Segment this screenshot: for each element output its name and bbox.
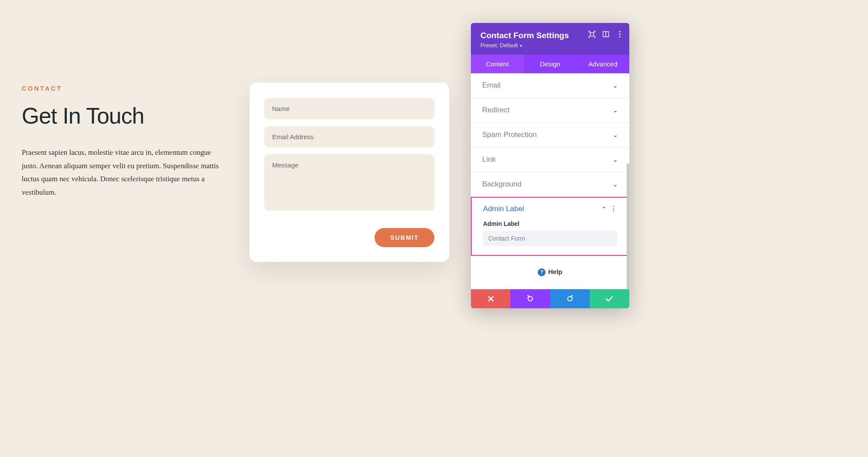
- section-label: Admin Label: [483, 205, 524, 213]
- section-label: Redirect: [482, 106, 510, 114]
- section-label: Link: [482, 155, 496, 164]
- svg-point-5: [619, 36, 620, 37]
- tab-advanced[interactable]: Advanced: [576, 55, 629, 73]
- preset-value: Default: [500, 42, 518, 49]
- more-icon[interactable]: ⋮: [610, 206, 617, 212]
- name-input[interactable]: [264, 98, 434, 119]
- section-label: Email: [482, 81, 501, 90]
- cancel-button[interactable]: [471, 289, 510, 308]
- section-background[interactable]: Background ⌄: [471, 172, 629, 197]
- section-admin-label[interactable]: Admin Label ⌃ ⋮: [472, 198, 628, 218]
- section-spam-protection[interactable]: Spam Protection ⌄: [471, 123, 629, 147]
- preset-prefix: Preset:: [480, 42, 500, 49]
- eyebrow: CONTACT: [22, 85, 226, 92]
- page-title: Get In Touch: [22, 103, 226, 129]
- admin-label-field-label: Admin Label: [483, 220, 617, 227]
- section-label: Background: [482, 180, 522, 189]
- chevron-down-icon: ⌄: [613, 82, 618, 89]
- sections-list: Email ⌄ Redirect ⌄ Spam Protection ⌄ Lin…: [471, 73, 629, 289]
- panel-header: Contact Form Settings Preset: Default ▾: [471, 23, 629, 55]
- help-link[interactable]: ?Help: [471, 256, 629, 289]
- tab-content[interactable]: Content: [471, 55, 524, 73]
- columns-icon[interactable]: [602, 31, 609, 38]
- tabs: Content Design Advanced: [471, 55, 629, 73]
- chevron-down-icon: ⌄: [613, 156, 618, 163]
- settings-panel: Contact Form Settings Preset: Default ▾ …: [471, 23, 629, 308]
- chevron-down-icon: ⌄: [613, 107, 618, 114]
- contact-form-card: SUBMIT: [250, 82, 449, 262]
- admin-label-highlight: Admin Label ⌃ ⋮ Admin Label: [471, 197, 629, 256]
- svg-point-4: [619, 33, 620, 35]
- chevron-down-icon: ⌄: [613, 181, 618, 188]
- submit-button[interactable]: SUBMIT: [375, 228, 434, 247]
- expand-icon[interactable]: [589, 31, 595, 38]
- contact-text-column: CONTACT Get In Touch Praesent sapien lac…: [22, 85, 226, 199]
- redo-button[interactable]: [550, 289, 590, 308]
- page-description: Praesent sapien lacus, molestie vitae ar…: [22, 146, 226, 199]
- section-redirect[interactable]: Redirect ⌄: [471, 98, 629, 123]
- svg-rect-0: [590, 33, 594, 36]
- admin-label-body: Admin Label: [472, 220, 628, 246]
- more-icon[interactable]: [616, 31, 623, 38]
- chevron-up-icon: ⌃: [602, 206, 607, 212]
- svg-point-3: [619, 31, 620, 32]
- preset-selector[interactable]: Preset: Default ▾: [480, 42, 621, 49]
- message-textarea[interactable]: [264, 154, 434, 211]
- tab-design[interactable]: Design: [524, 55, 577, 73]
- chevron-down-icon: ⌄: [613, 131, 618, 138]
- help-label: Help: [548, 268, 562, 275]
- section-label: Spam Protection: [482, 131, 537, 139]
- section-link[interactable]: Link ⌄: [471, 147, 629, 172]
- panel-footer: [471, 289, 629, 308]
- save-button[interactable]: [590, 289, 629, 308]
- scrollbar-thumb[interactable]: [627, 163, 629, 289]
- email-input[interactable]: [264, 126, 434, 147]
- caret-down-icon: ▾: [519, 43, 522, 48]
- undo-button[interactable]: [510, 289, 550, 308]
- help-icon: ?: [538, 268, 546, 276]
- admin-label-input[interactable]: [483, 231, 617, 246]
- section-email[interactable]: Email ⌄: [471, 73, 629, 98]
